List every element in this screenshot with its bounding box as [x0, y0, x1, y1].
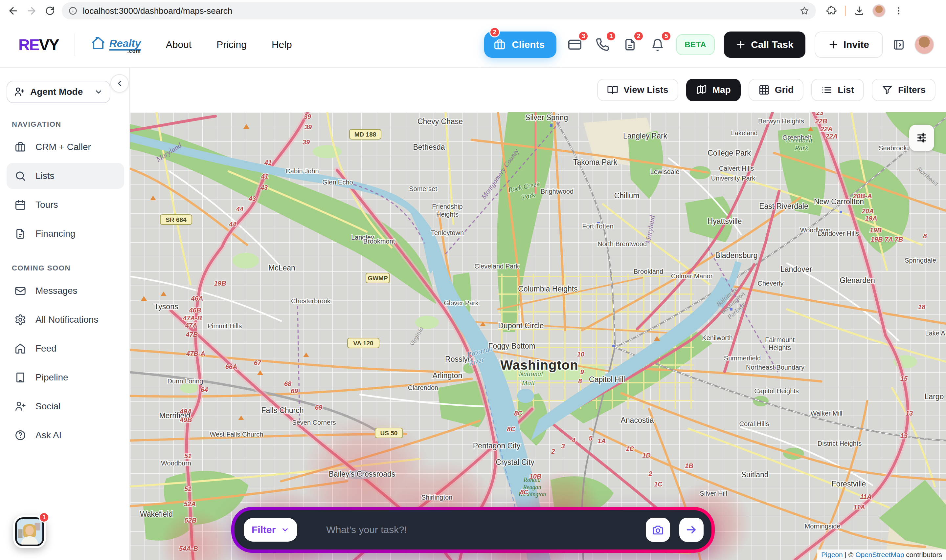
sidebar-item-tours[interactable]: Tours [6, 192, 124, 218]
map-label: Cleveland Park [474, 263, 519, 270]
map-icon [696, 85, 707, 95]
documents-button[interactable]: 2 [621, 35, 639, 54]
task-bar-inner: Filter [234, 510, 712, 549]
extensions-icon[interactable] [825, 4, 838, 17]
map-label: 47B-A [186, 350, 205, 357]
sidebar-item-lists[interactable]: Lists [6, 163, 124, 189]
sidebar-item-crm-caller[interactable]: CRM + Caller [6, 134, 124, 160]
kebab-menu-icon[interactable] [892, 4, 905, 17]
search-icon [14, 170, 26, 182]
map-label: 54A-B [179, 545, 198, 552]
map-label: 19B [214, 280, 226, 287]
map-label: 20B-A [853, 192, 872, 200]
calls-button[interactable]: 1 [593, 35, 612, 54]
map-view-button[interactable]: Map [686, 79, 741, 101]
map-label: 23 [816, 112, 823, 116]
download-icon[interactable] [853, 4, 866, 17]
map-label: Silver Hill [699, 490, 727, 497]
map-label: 15 [900, 375, 908, 382]
panel-toggle-icon[interactable] [892, 38, 905, 51]
realty-logo[interactable]: Realty .com [90, 35, 141, 54]
map-label: Fairmount [765, 336, 795, 343]
user-plus-icon [14, 400, 26, 412]
map-label: Chillum [614, 191, 639, 200]
calendar-icon [14, 199, 26, 211]
map-label: 22A [820, 125, 833, 132]
video-call-widget[interactable]: 1 [13, 515, 46, 548]
map-label: Suitland [741, 471, 768, 479]
map-label: 46B [189, 306, 201, 314]
map-label: 68 [284, 380, 292, 387]
bookmark-star-icon[interactable] [800, 6, 809, 16]
sidebar-item-social[interactable]: Social [6, 393, 124, 420]
task-input[interactable] [326, 524, 636, 535]
osm-link[interactable]: OpenStreetMap [855, 551, 904, 558]
map-label: Wakefield [140, 510, 173, 518]
map-label: Landover Hills [818, 230, 859, 237]
call-task-label: Call Task [751, 39, 793, 50]
sidebar-collapse-button[interactable] [110, 74, 129, 92]
map-settings-button[interactable] [909, 125, 934, 151]
forward-icon[interactable] [25, 4, 38, 17]
revy-logo-vy: VY [39, 36, 59, 54]
mail-icon [14, 285, 26, 297]
nav-help[interactable]: Help [272, 39, 292, 50]
map-label: 49B [180, 416, 192, 423]
sidebar-item-label: Social [35, 401, 60, 412]
map-canvas[interactable]: MD 188SR 684GWMPVA 120US 50 Chevy ChaseS… [130, 112, 946, 560]
browser-profile-avatar[interactable] [872, 4, 886, 17]
filters-label: Filters [898, 85, 926, 95]
nav-about[interactable]: About [166, 39, 191, 50]
sidebar-item-financing[interactable]: Financing [6, 221, 124, 247]
camera-button[interactable] [646, 518, 670, 542]
task-bar: Filter [231, 507, 715, 553]
map-label: 43 [248, 195, 256, 202]
map-label: Forestville [832, 480, 866, 488]
notifications-button[interactable]: 5 [649, 35, 667, 54]
nav-pricing[interactable]: Pricing [216, 39, 247, 50]
site-info-icon[interactable] [68, 6, 77, 15]
view-lists-button[interactable]: View Lists [597, 79, 678, 101]
video-call-frame [15, 517, 44, 546]
map-label: West Falls Church [210, 431, 263, 438]
back-icon[interactable] [6, 4, 20, 17]
map-label: Chevy Chase [418, 117, 463, 126]
calls-badge: 1 [606, 31, 616, 42]
route-shield: US 50 [375, 428, 403, 438]
map-label: Morningside [805, 523, 841, 530]
sidebar-item-messages[interactable]: Messages [6, 278, 124, 304]
sidebar-item-all-notifications[interactable]: All Notifications [6, 306, 124, 333]
grid-view-button[interactable]: Grid [749, 79, 804, 101]
invite-button[interactable]: Invite [815, 32, 883, 58]
map-label: Walker Mill [810, 410, 842, 417]
url-bar[interactable]: localhost:3000/dashboard/maps-search [62, 2, 816, 19]
attribution-rest: contributors [904, 551, 942, 558]
map-label: 18 [918, 303, 926, 311]
map-label: Lakeland [731, 129, 758, 137]
list-view-button[interactable]: List [811, 79, 864, 101]
map-label: Takoma Park [573, 158, 618, 166]
map-label: 41 [264, 159, 272, 166]
map-label: Brightwood [541, 188, 573, 195]
sidebar-item-ask-ai[interactable]: Ask AI [6, 422, 124, 448]
reload-icon[interactable] [43, 4, 57, 17]
map-label: 22B [815, 117, 827, 125]
url-text[interactable]: localhost:3000/dashboard/maps-search [83, 6, 794, 16]
map-label: Clarendon [408, 384, 438, 391]
agent-mode-dropdown[interactable]: Agent Mode [6, 81, 110, 103]
pigeon-link[interactable]: Pigeon [821, 551, 843, 558]
filters-button[interactable]: Filters [872, 79, 935, 101]
clients-button[interactable]: 2 Clients [484, 32, 556, 58]
route-shield: VA 120 [348, 338, 379, 348]
filter-dropdown[interactable]: Filter [244, 518, 297, 542]
user-avatar[interactable] [914, 35, 934, 54]
revy-logo[interactable]: REVY [18, 36, 59, 54]
map-label: 5 [589, 435, 593, 442]
sidebar-item-pipeline[interactable]: Pipeline [6, 365, 124, 391]
call-task-button[interactable]: Call Task [724, 32, 806, 58]
submit-task-button[interactable] [679, 518, 704, 542]
payments-button[interactable]: 3 [565, 35, 584, 54]
sidebar-item-feed[interactable]: Feed [6, 335, 124, 362]
map-label: 52B [185, 517, 197, 524]
map-label: Bladensburg [715, 251, 758, 260]
